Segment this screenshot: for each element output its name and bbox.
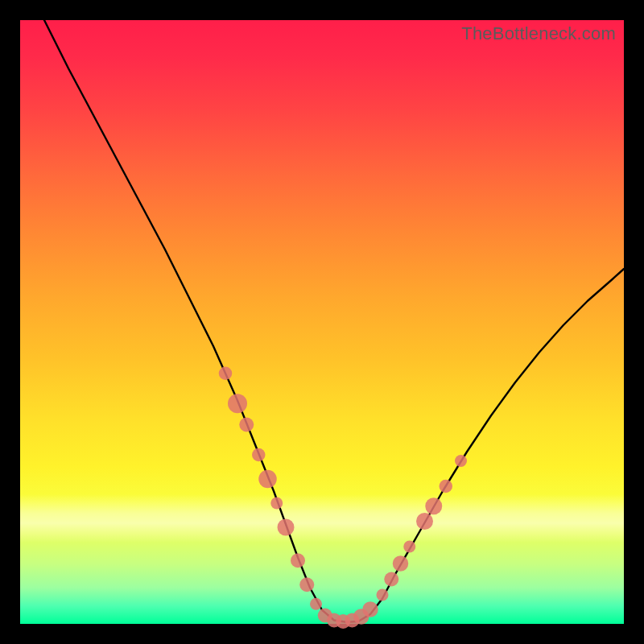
svg-point-5 [270, 497, 283, 510]
svg-point-23 [455, 455, 467, 467]
svg-point-9 [310, 598, 322, 610]
watermark-text: TheBottleneck.com [461, 23, 616, 44]
svg-point-22 [440, 480, 453, 493]
svg-point-1 [228, 394, 247, 413]
svg-point-8 [299, 577, 314, 592]
svg-point-17 [384, 572, 398, 587]
svg-point-15 [362, 601, 378, 617]
svg-point-6 [278, 519, 295, 536]
plot-area: TheBottleneck.com [20, 20, 624, 624]
chart-frame: TheBottleneck.com [0, 0, 644, 644]
svg-point-3 [252, 448, 266, 462]
svg-point-20 [416, 513, 433, 530]
marker-dots [219, 367, 467, 630]
svg-point-7 [291, 553, 305, 568]
curve-line [44, 20, 624, 622]
svg-point-16 [377, 589, 389, 601]
svg-point-18 [393, 555, 409, 572]
svg-point-21 [425, 497, 442, 514]
svg-point-0 [219, 367, 233, 381]
chart-svg [20, 20, 624, 624]
svg-point-2 [239, 418, 254, 432]
svg-point-19 [403, 541, 415, 553]
svg-point-4 [258, 470, 277, 489]
